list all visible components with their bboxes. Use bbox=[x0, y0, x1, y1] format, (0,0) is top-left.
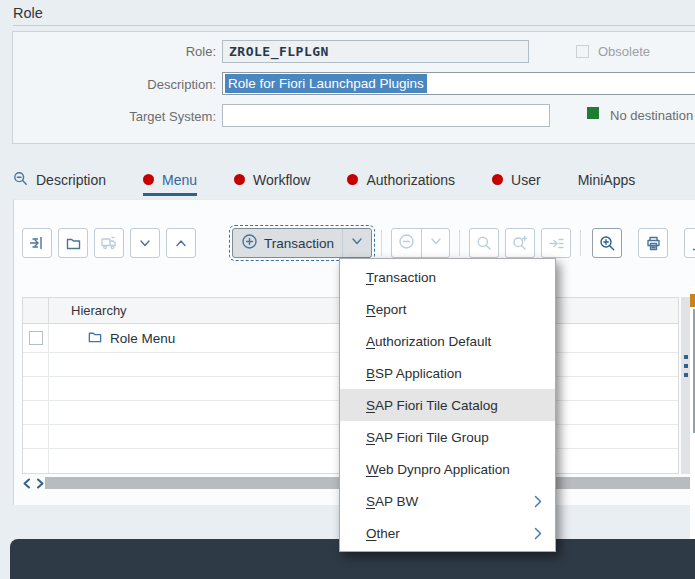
description-field[interactable]: Role for Fiori Launchpad Plugins bbox=[222, 72, 695, 95]
zoom-in-icon bbox=[599, 235, 616, 252]
role-maintenance-screen: Role Role: ZROLE_FLPLGN Obsolete Descrip… bbox=[0, 0, 695, 579]
arrow-to-list-icon bbox=[548, 235, 565, 252]
menu-item-bsp-application[interactable]: BSP Application bbox=[340, 357, 555, 389]
toolbar-separator bbox=[381, 230, 382, 256]
select-column-header bbox=[23, 298, 49, 323]
obsolete-label: Obsolete bbox=[598, 44, 650, 59]
row-select-cell bbox=[23, 324, 49, 352]
obsolete-checkbox[interactable] bbox=[576, 45, 589, 58]
tab-menu[interactable]: Menu bbox=[143, 166, 197, 193]
find-button[interactable] bbox=[469, 228, 499, 258]
goto-position-button[interactable] bbox=[541, 228, 571, 258]
splitter-grip-icon bbox=[684, 373, 688, 377]
chevron-up-icon bbox=[174, 236, 188, 250]
target-system-field[interactable] bbox=[222, 104, 550, 127]
menu-item-transaction[interactable]: Transaction bbox=[340, 261, 555, 293]
truck-icon bbox=[100, 234, 118, 252]
red-status-dot-icon bbox=[143, 174, 154, 185]
menu-item-web-dynpro-application[interactable]: Web Dynpro Application bbox=[340, 453, 555, 485]
minus-circle-icon bbox=[398, 233, 415, 254]
tab-authorizations[interactable]: Authorizations bbox=[347, 166, 455, 193]
description-field-label: Description: bbox=[0, 77, 216, 92]
delete-split-button bbox=[391, 228, 450, 258]
bar-chart-icon bbox=[691, 235, 695, 252]
add-transaction-split-button: Transaction bbox=[232, 228, 372, 258]
search-plus-icon bbox=[512, 235, 528, 251]
menu-item-sap-fiori-tile-group[interactable]: SAP Fiori Tile Group bbox=[340, 421, 555, 453]
delete-button[interactable] bbox=[392, 229, 421, 257]
title-divider bbox=[13, 25, 695, 26]
role-value: ZROLE_FLPLGN bbox=[223, 44, 329, 59]
plus-circle-icon bbox=[241, 233, 258, 253]
toolbar-separator bbox=[459, 230, 460, 256]
create-folder-button[interactable] bbox=[58, 228, 88, 258]
page-title: Role bbox=[13, 5, 43, 21]
tab-miniapps[interactable]: MiniApps bbox=[578, 166, 636, 193]
folder-icon bbox=[87, 329, 103, 348]
move-up-button[interactable] bbox=[166, 228, 196, 258]
submenu-chevron-right-icon bbox=[534, 527, 542, 543]
splitter-grip-icon bbox=[684, 364, 688, 368]
delete-dropdown-button[interactable] bbox=[421, 229, 449, 257]
menu-item-authorization-default[interactable]: Authorization Default bbox=[340, 325, 555, 357]
add-transaction-dropdown-button[interactable] bbox=[342, 229, 371, 257]
menu-item-other[interactable]: Other bbox=[340, 517, 555, 549]
move-down-button[interactable] bbox=[130, 228, 160, 258]
find-next-button[interactable] bbox=[505, 228, 535, 258]
add-object-context-menu: Transaction Report Authorization Default… bbox=[339, 258, 556, 552]
expand-node-button[interactable] bbox=[22, 228, 52, 258]
menu-toolbar: Transaction bbox=[22, 228, 695, 258]
splitter-grip-icon bbox=[684, 355, 688, 359]
red-status-dot-icon bbox=[234, 174, 245, 185]
toolbar-separator bbox=[580, 230, 581, 256]
description-selected-text: Role for Fiori Launchpad Plugins bbox=[225, 74, 427, 93]
print-button[interactable] bbox=[638, 228, 668, 258]
destination-status-led bbox=[587, 107, 599, 119]
add-transaction-label: Transaction bbox=[264, 236, 334, 251]
red-status-dot-icon bbox=[492, 174, 503, 185]
tab-user[interactable]: User bbox=[492, 166, 541, 193]
menu-item-sap-bw[interactable]: SAP BW bbox=[340, 485, 555, 517]
clipped-folder-icon bbox=[690, 294, 695, 307]
role-field[interactable]: ZROLE_FLPLGN bbox=[222, 40, 529, 63]
printer-icon bbox=[645, 235, 662, 252]
submenu-chevron-right-icon bbox=[534, 495, 542, 511]
red-status-dot-icon bbox=[347, 174, 358, 185]
search-icon bbox=[476, 235, 492, 251]
folder-icon bbox=[65, 235, 82, 252]
zoom-in-button[interactable] bbox=[592, 228, 622, 258]
chevron-down-icon bbox=[429, 234, 443, 252]
target-system-field-label: Target System: bbox=[0, 109, 216, 124]
chevron-down-icon bbox=[350, 234, 364, 252]
menu-item-sap-fiori-tile-catalog[interactable]: SAP Fiori Tile Catalog bbox=[340, 389, 555, 421]
tab-strip: Description Menu Workflow Authorizations… bbox=[13, 166, 635, 193]
tree-node-label: Role Menu bbox=[110, 331, 175, 346]
copy-menus-button[interactable] bbox=[94, 228, 124, 258]
add-transaction-button[interactable]: Transaction bbox=[233, 229, 342, 257]
tab-workflow[interactable]: Workflow bbox=[234, 166, 310, 193]
row-select-checkbox[interactable] bbox=[29, 331, 43, 345]
scroll-left-button[interactable] bbox=[20, 477, 33, 489]
hierarchy-column-header: Hierarchy bbox=[49, 298, 127, 323]
chevron-down-icon bbox=[138, 236, 152, 250]
destination-status-text: No destination bbox=[610, 108, 693, 123]
indent-arrow-icon bbox=[28, 234, 46, 252]
chart-button[interactable] bbox=[684, 228, 695, 258]
tab-description[interactable]: Description bbox=[13, 166, 106, 193]
role-field-label: Role: bbox=[0, 44, 216, 59]
menu-item-report[interactable]: Report bbox=[340, 293, 555, 325]
magnifier-icon bbox=[13, 171, 28, 189]
